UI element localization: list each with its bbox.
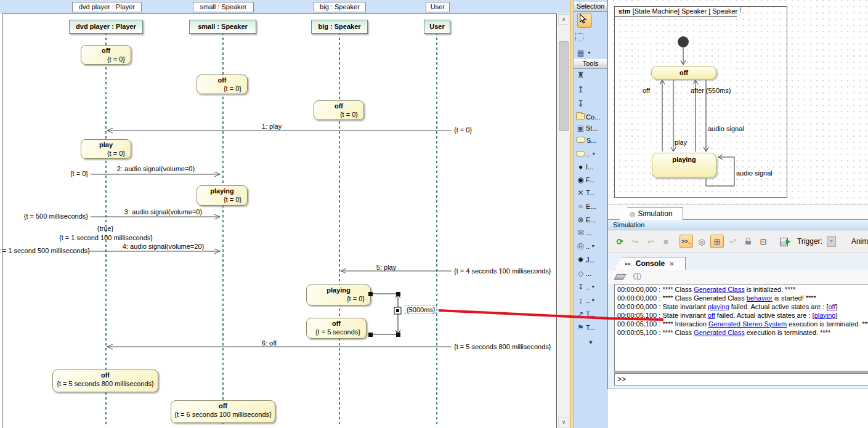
initial-node[interactable] <box>678 36 689 47</box>
console-output[interactable]: 00:00:00,000 : **** Class Generated Clas… <box>614 284 868 371</box>
link-off[interactable]: off <box>708 312 715 319</box>
transition-off[interactable] <box>660 80 665 151</box>
lock-icon <box>745 241 751 244</box>
marquee-select-button[interactable] <box>575 31 606 42</box>
choice-icon: ◇ <box>575 268 586 279</box>
message-label[interactable]: 4: audio signal(volume=20) <box>117 243 209 250</box>
message-label[interactable]: 5: play <box>355 264 417 271</box>
link-generated-stereo-system[interactable]: Generated Stereo System <box>708 320 787 328</box>
scroll-up-icon[interactable]: ∧ <box>558 14 569 25</box>
trigger-select[interactable]: ▼ <box>827 236 836 247</box>
time-constraint[interactable]: {t = 0} <box>454 126 472 134</box>
palette-item-fork[interactable]: ↧..▼ <box>575 281 606 292</box>
trigger-label: Trigger: <box>797 237 822 246</box>
time-constraint[interactable]: {t = 500 milliseconds} <box>17 212 88 220</box>
palette-item-stm-tools[interactable]: ▣St... <box>575 122 606 133</box>
magicdraw-simulation-window: { "seq": { "column_headers": ["dvd playe… <box>0 0 868 428</box>
history-icon: Ⓗ <box>575 241 586 252</box>
palette-item-transition-to-self[interactable]: ⚑T... <box>575 321 606 333</box>
palette-section-selection[interactable]: Selection <box>574 2 607 12</box>
time-constraint[interactable]: {t = 1 second 100 milliseconds} <box>59 234 152 241</box>
time-constraint[interactable]: {t = 5 seconds 800 milliseconds} <box>454 343 551 350</box>
message-label[interactable]: 6: off <box>238 339 300 347</box>
palette-item-initial[interactable]: ●I... <box>575 161 606 172</box>
transition-label[interactable]: after (550ms) <box>691 87 731 94</box>
palette-section-tools[interactable]: Tools <box>574 59 607 69</box>
simulation-options-button[interactable]: ◎ <box>695 235 708 248</box>
link-generated-class[interactable]: Generated Class <box>694 286 745 293</box>
message-2-audio-signal[interactable] <box>91 172 220 177</box>
transition-label[interactable]: off <box>643 87 650 94</box>
transition-label[interactable]: audio signal <box>736 169 773 177</box>
active-states-button[interactable]: ⊞ <box>710 235 724 248</box>
info-button[interactable]: ⓘ <box>633 272 641 283</box>
restart-button[interactable]: ⟳ <box>613 235 627 248</box>
selection-handles[interactable] <box>368 292 401 337</box>
instances-button[interactable]: ∘° <box>726 235 739 248</box>
seq-vertical-scrollbar[interactable]: ∧ ∨ <box>558 14 570 428</box>
stamp-tool-button[interactable]: ♜ <box>575 69 606 80</box>
transition-label[interactable]: audio signal <box>708 125 744 132</box>
link-playing[interactable]: playing <box>814 312 836 319</box>
stm-state-playing[interactable]: playing <box>652 153 716 178</box>
open-diagram-button[interactable]: ⊡ <box>756 235 770 248</box>
distribute-up-button[interactable]: ↥ <box>575 83 606 94</box>
clear-console-button[interactable] <box>615 273 625 281</box>
initial-transition[interactable] <box>681 47 686 65</box>
palette-scroll-more-button[interactable]: ▼ <box>575 336 606 347</box>
green-arrow-icon: ▶ <box>786 235 791 248</box>
palette-item-signal[interactable]: ✉... <box>575 227 606 238</box>
console-line: 00:00:05,100 : **** Class Generated Clas… <box>617 329 868 337</box>
palette-item-terminate[interactable]: ✕T... <box>575 187 606 198</box>
animation-label: Animation <box>851 237 868 246</box>
time-constraint[interactable]: {t = 0} <box>39 170 88 177</box>
duration-constraint-label[interactable]: {5000ms} <box>405 305 437 314</box>
exit-point-icon: ⊗ <box>575 214 586 225</box>
palette-item-entry-point[interactable]: ○E... <box>575 200 606 211</box>
console-prompt-input[interactable]: >> <box>614 373 868 386</box>
signal-icon: ✉ <box>575 227 586 238</box>
state-icon <box>576 137 585 143</box>
transition-label[interactable]: play <box>675 139 687 146</box>
console-toggle-button[interactable]: >>_ <box>679 235 693 248</box>
scroll-down-icon[interactable]: ∨ <box>558 417 569 427</box>
stm-state-off[interactable]: off <box>651 66 716 79</box>
cursor-tool-button[interactable] <box>577 13 592 28</box>
palette-item-composite-state[interactable]: ..▼ <box>575 148 606 159</box>
palette-item-join[interactable]: ✹J... <box>575 254 606 265</box>
stm-diagram-canvas[interactable]: stm [State Machine] Speaker [ Speaker ] … <box>607 0 868 204</box>
export-button[interactable]: ▶ <box>777 235 790 248</box>
palette-item-transition[interactable]: ↗T... <box>575 308 606 319</box>
palette-item-exit-point[interactable]: ⊗E... <box>575 214 606 225</box>
simulation-tab-strip: ◎ Simulation <box>608 204 868 220</box>
palette-item-state[interactable]: S... <box>575 134 606 145</box>
window-splitter[interactable] <box>570 0 574 428</box>
palette-item-fork-horizontal[interactable]: ↨..▼ <box>575 294 606 305</box>
message-label[interactable]: 3: audio signal(volume=0) <box>117 208 209 216</box>
step-over-button[interactable]: ↩ <box>644 235 657 248</box>
palette-item-containment[interactable]: Co... <box>575 111 606 122</box>
tab-simulation[interactable]: ◎ Simulation <box>619 207 683 220</box>
time-constraint[interactable]: {t = 1 second 500 milliseconds} <box>0 247 89 254</box>
distribute-down-button[interactable]: ↧ <box>575 97 606 108</box>
guard-label[interactable]: {true} <box>75 225 136 232</box>
link-playing[interactable]: playing <box>708 303 729 310</box>
tab-console[interactable]: >>_ Console ✕ <box>614 257 686 270</box>
message-label[interactable]: 2: audio signal(volume=0) <box>110 165 202 172</box>
lock-button[interactable] <box>741 235 755 248</box>
multi-select-button[interactable]: ▦▼ <box>575 47 606 58</box>
close-icon[interactable]: ✕ <box>669 260 674 267</box>
step-into-button[interactable]: ↪ <box>628 235 642 248</box>
link-generated-class[interactable]: Generated Class <box>694 329 745 336</box>
fork-icon: ↧ <box>575 281 586 293</box>
console-line: 00:00:00,000 : **** Class Generated Clas… <box>617 294 868 303</box>
palette-item-history[interactable]: Ⓗ..▼ <box>575 240 606 251</box>
palette-item-final-state[interactable]: ◉F... <box>575 174 606 185</box>
scrollbar-thumb[interactable] <box>559 41 569 131</box>
link-off[interactable]: off <box>828 303 835 310</box>
link-behavior[interactable]: behavior <box>747 294 773 302</box>
palette-item-choice[interactable]: ◇... <box>575 267 606 278</box>
time-constraint[interactable]: {t = 4 seconds 100 milliseconds} <box>454 267 551 275</box>
message-label[interactable]: 1: play <box>241 123 302 130</box>
terminate-button[interactable]: ■ <box>659 235 673 248</box>
